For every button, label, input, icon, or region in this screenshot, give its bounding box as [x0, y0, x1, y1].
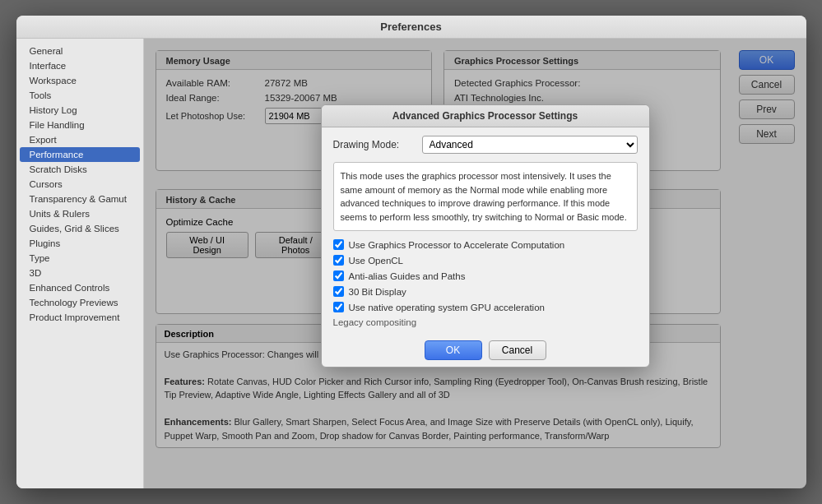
sidebar-item-general[interactable]: General [16, 44, 143, 58]
sidebar-item-workspace[interactable]: Workspace [16, 73, 143, 88]
sidebar-item-interface[interactable]: Interface [16, 58, 143, 73]
modal-buttons: OK Cancel [322, 335, 649, 367]
sidebar-item-tools[interactable]: Tools [16, 88, 143, 103]
sidebar-item-product_improvement[interactable]: Product Improvement [16, 310, 143, 325]
drawing-mode-select[interactable]: Advanced Normal Basic [422, 136, 638, 154]
sidebar-item-enhanced_controls[interactable]: Enhanced Controls [16, 280, 143, 295]
checkbox-use-opencl[interactable] [333, 255, 344, 266]
checkbox-row: 30 Bit Display [333, 286, 638, 297]
checkbox-row: Use native operating system GPU accelera… [333, 302, 638, 312]
sidebar-item-performance[interactable]: Performance [20, 147, 140, 162]
checkbox-label: Use OpenCL [349, 256, 403, 266]
titlebar: Preferences [16, 16, 806, 39]
sidebar-item-type[interactable]: Type [16, 251, 143, 266]
modal-checkboxes: Use Graphics Processor to Accelerate Com… [333, 239, 638, 312]
checkbox-label: 30 Bit Display [349, 287, 406, 297]
advanced-gpu-modal: Advanced Graphics Processor Settings Dra… [321, 104, 650, 368]
drawing-mode-label: Drawing Mode: [333, 139, 416, 150]
sidebar-item-units__rulers[interactable]: Units & Rulers [16, 206, 143, 221]
checkbox-use-graphics-pr[interactable] [333, 239, 344, 250]
mode-description: This mode uses the graphics processor mo… [333, 162, 638, 231]
sidebar: GeneralInterfaceWorkspaceToolsHistory Lo… [16, 39, 144, 488]
sidebar-item-transparency__gamut[interactable]: Transparency & Gamut [16, 192, 143, 206]
checkbox-label: Use Graphics Processor to Accelerate Com… [349, 240, 565, 250]
checkbox-30-bit-display[interactable] [333, 286, 344, 297]
modal-ok-button[interactable]: OK [425, 340, 482, 360]
modal-titlebar: Advanced Graphics Processor Settings [322, 105, 649, 127]
checkbox-anti-alias-guid[interactable] [333, 270, 344, 281]
sidebar-item-technology_previews[interactable]: Technology Previews [16, 295, 143, 310]
main-content: GeneralInterfaceWorkspaceToolsHistory Lo… [16, 39, 806, 488]
checkbox-label: Use native operating system GPU accelera… [349, 303, 545, 312]
modal-overlay: Advanced Graphics Processor Settings Dra… [144, 39, 806, 488]
checkbox-row: Use Graphics Processor to Accelerate Com… [333, 239, 638, 250]
checkbox-use-native-oper[interactable] [333, 302, 344, 312]
content-area: OK Cancel Prev Next Memory Usage Availab… [144, 39, 806, 488]
modal-title: Advanced Graphics Processor Settings [392, 110, 578, 122]
preferences-window: Preferences GeneralInterfaceWorkspaceToo… [16, 16, 806, 488]
sidebar-item-plugins[interactable]: Plugins [16, 236, 143, 251]
sidebar-item-scratch_disks[interactable]: Scratch Disks [16, 162, 143, 177]
sidebar-item-history_log[interactable]: History Log [16, 103, 143, 118]
checkbox-row: Anti-alias Guides and Paths [333, 270, 638, 281]
modal-body: Drawing Mode: Advanced Normal Basic This… [322, 127, 649, 335]
legacy-compositing-row: Legacy compositing [333, 317, 638, 327]
sidebar-item-export[interactable]: Export [16, 132, 143, 147]
drawing-mode-row: Drawing Mode: Advanced Normal Basic [333, 136, 638, 154]
sidebar-item-guides_grid__slices[interactable]: Guides, Grid & Slices [16, 221, 143, 236]
checkbox-label: Anti-alias Guides and Paths [349, 271, 466, 281]
sidebar-item-cursors[interactable]: Cursors [16, 177, 143, 192]
checkbox-row: Use OpenCL [333, 255, 638, 266]
sidebar-item-file_handling[interactable]: File Handling [16, 118, 143, 132]
legacy-compositing-label: Legacy compositing [333, 317, 417, 327]
modal-cancel-button[interactable]: Cancel [489, 340, 546, 360]
window-title: Preferences [380, 21, 441, 33]
sidebar-item-3d[interactable]: 3D [16, 266, 143, 280]
